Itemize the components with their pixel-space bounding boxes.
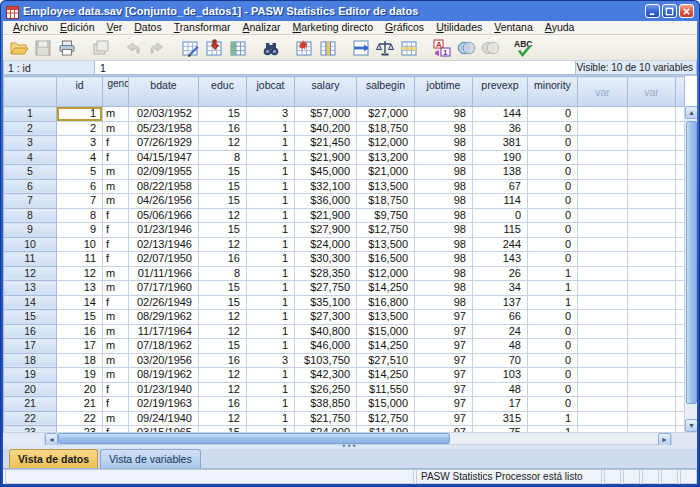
cell-var1-12[interactable] (578, 266, 628, 281)
cell-id-10[interactable]: 10 (57, 237, 103, 252)
value-labels-icon[interactable]: A1 (430, 36, 454, 59)
cell-bdate-1[interactable]: 02/03/1952 (129, 107, 199, 122)
cell-jobtime-2[interactable]: 98 (415, 121, 473, 136)
cell-var2-8[interactable] (628, 208, 676, 223)
cell-bdate-22[interactable]: 09/24/1940 (129, 411, 199, 426)
cell-var2-12[interactable] (628, 266, 676, 281)
cell-var1-18[interactable] (578, 353, 628, 368)
cell-id-21[interactable]: 21 (57, 397, 103, 412)
cell-var1-5[interactable] (578, 165, 628, 180)
row-header-4[interactable]: 4 (4, 150, 57, 165)
menu-item-transformar[interactable]: Transformar (168, 21, 237, 34)
row-header-12[interactable]: 12 (4, 266, 57, 281)
cell-id-13[interactable]: 13 (57, 281, 103, 296)
cell-educ-19[interactable]: 12 (199, 368, 247, 383)
cell-jobcat-5[interactable]: 1 (247, 165, 295, 180)
scroll-down-icon[interactable]: ▼ (685, 419, 697, 432)
cell-var2-11[interactable] (628, 252, 676, 267)
row-header-3[interactable]: 3 (4, 136, 57, 151)
cell-jobtime-4[interactable]: 98 (415, 150, 473, 165)
cell-gender-17[interactable]: m (103, 339, 129, 354)
menu-item-marketing-directo[interactable]: Marketing directo (286, 21, 379, 34)
cell-var1-6[interactable] (578, 179, 628, 194)
cell-jobtime-1[interactable]: 98 (415, 107, 473, 122)
row-header-5[interactable]: 5 (4, 165, 57, 180)
goto-variable-icon[interactable] (202, 36, 226, 59)
cell-id-15[interactable]: 15 (57, 310, 103, 325)
cell-gender-9[interactable]: f (103, 223, 129, 238)
cell-id-19[interactable]: 19 (57, 368, 103, 383)
row-header-15[interactable]: 15 (4, 310, 57, 325)
row-header-14[interactable]: 14 (4, 295, 57, 310)
cell-prevexp-22[interactable]: 315 (473, 411, 528, 426)
cell-bdate-10[interactable]: 02/13/1946 (129, 237, 199, 252)
cell-jobtime-7[interactable]: 98 (415, 194, 473, 209)
cell-minority-2[interactable]: 0 (528, 121, 578, 136)
menu-item-archivo[interactable]: Archivo (7, 21, 54, 34)
cell-minority-12[interactable]: 1 (528, 266, 578, 281)
cell-jobcat-13[interactable]: 1 (247, 281, 295, 296)
cell-salary-7[interactable]: $36,000 (295, 194, 357, 209)
row-header-17[interactable]: 17 (4, 339, 57, 354)
cell-jobcat-11[interactable]: 1 (247, 252, 295, 267)
row-header-7[interactable]: 7 (4, 194, 57, 209)
cell-salbegin-3[interactable]: $12,000 (357, 136, 415, 151)
cell-minority-4[interactable]: 0 (528, 150, 578, 165)
menu-item-ventana[interactable]: Ventana (488, 21, 539, 34)
column-header-var1[interactable]: var (578, 77, 628, 107)
column-header-salary[interactable]: salary (295, 77, 357, 107)
cell-minority-16[interactable]: 0 (528, 324, 578, 339)
row-header-2[interactable]: 2 (4, 121, 57, 136)
column-header-id[interactable]: id (57, 77, 103, 107)
column-header-minority[interactable]: minority (528, 77, 578, 107)
print-icon[interactable] (55, 36, 79, 59)
cell-salbegin-15[interactable]: $13,500 (357, 310, 415, 325)
active-cell[interactable]: 1 (57, 107, 103, 122)
cell-gender-18[interactable]: m (103, 353, 129, 368)
cell-var1-9[interactable] (578, 223, 628, 238)
cell-id-11[interactable]: 11 (57, 252, 103, 267)
cell-jobtime-21[interactable]: 97 (415, 397, 473, 412)
cell-var2-4[interactable] (628, 150, 676, 165)
cell-minority-21[interactable]: 0 (528, 397, 578, 412)
cell-jobcat-2[interactable]: 1 (247, 121, 295, 136)
horizontal-scroll-thumb[interactable] (58, 433, 450, 444)
cell-gender-22[interactable]: m (103, 411, 129, 426)
select-cases-icon[interactable] (397, 36, 421, 59)
cell-jobtime-12[interactable]: 98 (415, 266, 473, 281)
column-header-salbegin[interactable]: salbegin (357, 77, 415, 107)
cell-gender-8[interactable]: f (103, 208, 129, 223)
cell-minority-17[interactable]: 0 (528, 339, 578, 354)
horizontal-scrollbar[interactable]: ◄ ► (44, 432, 672, 445)
cell-bdate-2[interactable]: 05/23/1958 (129, 121, 199, 136)
column-header-gender[interactable]: gender (103, 77, 129, 107)
cell-jobcat-16[interactable]: 1 (247, 324, 295, 339)
cell-var1-16[interactable] (578, 324, 628, 339)
cell-prevexp-6[interactable]: 67 (473, 179, 528, 194)
weight-cases-icon[interactable] (373, 36, 397, 59)
cell-bdate-5[interactable]: 02/09/1955 (129, 165, 199, 180)
column-header-bdate[interactable]: bdate (129, 77, 199, 107)
cell-salbegin-6[interactable]: $13,500 (357, 179, 415, 194)
cell-salary-14[interactable]: $35,100 (295, 295, 357, 310)
cell-salary-18[interactable]: $103,750 (295, 353, 357, 368)
cell-jobcat-14[interactable]: 1 (247, 295, 295, 310)
menu-item-datos[interactable]: Datos (128, 21, 167, 34)
cell-gender-12[interactable]: m (103, 266, 129, 281)
row-header-10[interactable]: 10 (4, 237, 57, 252)
cell-bdate-15[interactable]: 08/29/1962 (129, 310, 199, 325)
cell-prevexp-11[interactable]: 143 (473, 252, 528, 267)
row-header-16[interactable]: 16 (4, 324, 57, 339)
cell-educ-4[interactable]: 8 (199, 150, 247, 165)
cell-var1-7[interactable] (578, 194, 628, 209)
cell-minority-11[interactable]: 0 (528, 252, 578, 267)
cell-salbegin-10[interactable]: $13,500 (357, 237, 415, 252)
maximize-button[interactable] (662, 4, 677, 18)
cell-jobtime-10[interactable]: 98 (415, 237, 473, 252)
cell-jobtime-9[interactable]: 98 (415, 223, 473, 238)
cell-var2-1[interactable] (628, 107, 676, 122)
vertical-scroll-thumb[interactable] (686, 121, 697, 404)
cell-educ-8[interactable]: 12 (199, 208, 247, 223)
cell-jobcat-3[interactable]: 1 (247, 136, 295, 151)
cell-var1-11[interactable] (578, 252, 628, 267)
